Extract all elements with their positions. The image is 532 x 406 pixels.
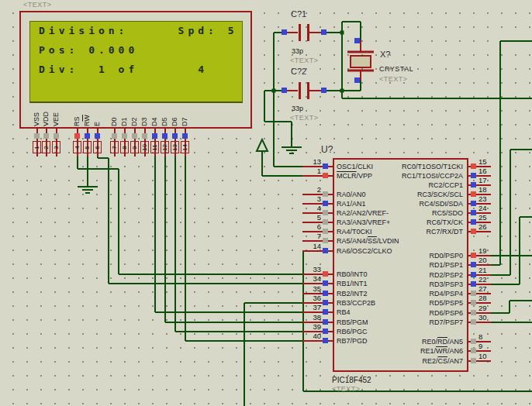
mcu-pin-function-label: RA5/AN4/SS/LVDIN bbox=[337, 237, 399, 245]
mcu-pin-function-label: RD6/PSP6 bbox=[337, 309, 463, 317]
mcu-pin-number-27[interactable]: 27 bbox=[478, 284, 499, 293]
lcd-pin-label-e: E bbox=[93, 122, 102, 126]
mcu-pin-function-label: RC7/RX/DT bbox=[337, 228, 463, 236]
lcd-pin-number-2[interactable]: 2 bbox=[42, 141, 50, 153]
mcu-pin-function-label: RD4/PSP4 bbox=[337, 290, 463, 298]
mcu-pin-number-28[interactable]: 28 bbox=[478, 294, 499, 302]
schematic-canvas[interactable]: <TEXT> Division: Spd: 5 Pos: 0.000 Div: … bbox=[0, 0, 532, 406]
lcd-pin-label-d0: D0 bbox=[110, 117, 119, 126]
crystal-body[interactable] bbox=[351, 56, 371, 67]
mcu-pin-number-21[interactable]: 21 bbox=[478, 266, 499, 274]
mcu-pin-number-10[interactable]: 10 bbox=[478, 352, 499, 360]
lcd-pin-number-10[interactable]: 10 bbox=[140, 141, 149, 153]
mcu-pin-function-label: RD7/PSP7 bbox=[337, 318, 463, 326]
pin-state-square bbox=[74, 133, 80, 139]
cap2-value: 33p bbox=[292, 105, 303, 112]
lcd-pin-number-8[interactable]: 8 bbox=[120, 141, 129, 153]
mcu-pin-number-20[interactable]: 20 bbox=[478, 256, 499, 264]
lcd-pin-number-11[interactable]: 11 bbox=[150, 141, 159, 153]
lcd-pin-number-1[interactable]: 1 bbox=[33, 141, 41, 153]
mcu-pin-function-label: RB6/PGC bbox=[337, 328, 368, 335]
mcu-pin-number-38[interactable]: 38 bbox=[301, 313, 321, 322]
capacitor-plate[interactable] bbox=[307, 82, 309, 99]
lcd-pin-number-12[interactable]: 12 bbox=[161, 141, 169, 153]
pin-state-square bbox=[323, 191, 328, 197]
pin-state-square bbox=[323, 229, 328, 234]
pin-state-square bbox=[323, 238, 328, 243]
mcu-pin-number-36[interactable]: 36 bbox=[301, 294, 321, 302]
lcd-pin-number-3[interactable]: 3 bbox=[52, 141, 60, 153]
pin-state-square bbox=[323, 338, 328, 343]
mcu-pin-number-19[interactable]: 19 bbox=[478, 246, 499, 255]
mcu-pin-number-9[interactable]: 9 bbox=[478, 342, 499, 350]
mcu-pin-number-1[interactable]: 1 bbox=[301, 167, 321, 175]
mcu-pin-number-24[interactable]: 24 bbox=[478, 204, 499, 212]
mcu-pin-function-label: RE2/CS/AN7 bbox=[337, 357, 463, 365]
mcu-pin-number-17[interactable]: 17 bbox=[478, 176, 499, 184]
mcu-pin-number-7[interactable]: 7 bbox=[301, 232, 321, 240]
mcu-pin-number-15[interactable]: 15 bbox=[478, 157, 499, 166]
mcu-pin-number-16[interactable]: 16 bbox=[478, 167, 499, 175]
pin-state-square bbox=[43, 133, 49, 139]
lcd-pin-number-7[interactable]: 7 bbox=[110, 141, 119, 153]
pin-state-square bbox=[323, 210, 328, 215]
mcu-pin-number-40[interactable]: 40 bbox=[301, 332, 321, 340]
mcu-pin-number-29[interactable]: 29 bbox=[478, 304, 499, 312]
cap1-note: <TEXT> bbox=[290, 57, 319, 64]
lcd-pin-label-d4: D4 bbox=[150, 117, 159, 126]
mcu-pin-number-26[interactable]: 26 bbox=[478, 222, 499, 231]
lcd-pin-number-4[interactable]: 4 bbox=[73, 141, 81, 153]
mcu-pin-number-35[interactable]: 35 bbox=[301, 284, 321, 293]
pin-state-square bbox=[323, 329, 328, 334]
mcu-pin-number-13[interactable]: 13 bbox=[301, 157, 321, 166]
terminal-square bbox=[321, 88, 326, 93]
lcd-pin-number-9[interactable]: 9 bbox=[130, 141, 139, 153]
pin-state-square bbox=[152, 133, 157, 139]
mcu-pin-number-37[interactable]: 37 bbox=[301, 303, 321, 311]
mcu-pin-number-30[interactable]: 30 bbox=[478, 313, 499, 322]
lcd-pin-label-d1: D1 bbox=[120, 117, 129, 126]
capacitor-plate[interactable] bbox=[307, 24, 309, 41]
mcu-pin-number-22[interactable]: 22 bbox=[478, 275, 499, 284]
pin-state-square bbox=[162, 133, 168, 139]
mcu-pin-function-label: RD1/PSP1 bbox=[337, 261, 463, 269]
pin-state-square bbox=[471, 253, 476, 258]
mcu-part-label: PIC18F452 bbox=[332, 376, 371, 384]
pin-state-square bbox=[471, 163, 476, 169]
lcd-pin-number-14[interactable]: 14 bbox=[181, 141, 189, 153]
mcu-pin-number-6[interactable]: 6 bbox=[301, 222, 321, 231]
pin-state-square bbox=[471, 272, 476, 277]
mcu-pin-function-label: RC0/T1OSO/T1CKI bbox=[337, 163, 463, 170]
pin-state-square bbox=[323, 219, 328, 225]
lcd-pin-label-d2: D2 bbox=[130, 117, 139, 126]
pin-state-square bbox=[323, 201, 328, 206]
mcu-pin-number-2[interactable]: 2 bbox=[301, 185, 321, 194]
lcd-pin-label-vss: VSS bbox=[33, 112, 41, 126]
mcu-pin-number-3[interactable]: 3 bbox=[301, 194, 321, 203]
capacitor-plate[interactable] bbox=[299, 24, 301, 41]
mcu-pin-number-25[interactable]: 25 bbox=[478, 213, 499, 222]
pin-state-square bbox=[323, 173, 328, 178]
mcu-pin-number-14[interactable]: 14 bbox=[301, 242, 321, 250]
mcu-pin-number-4[interactable]: 4 bbox=[301, 204, 321, 212]
lcd-pin-number-5[interactable]: 5 bbox=[83, 141, 92, 153]
mcu-pin-number-39[interactable]: 39 bbox=[301, 322, 321, 331]
pin-state-square bbox=[471, 319, 476, 325]
terminal-square bbox=[282, 29, 287, 35]
mcu-pin-function-label: RD5/PSP5 bbox=[337, 299, 463, 307]
crystal-value: CRYSTAL bbox=[379, 65, 413, 73]
pin-state-square bbox=[132, 133, 137, 139]
mcu-pin-number-23[interactable]: 23 bbox=[478, 194, 499, 203]
pin-state-square bbox=[34, 133, 40, 139]
mcu-pin-number-34[interactable]: 34 bbox=[301, 274, 321, 283]
mcu-pin-number-33[interactable]: 33 bbox=[301, 265, 321, 274]
mcu-pin-number-18[interactable]: 18 bbox=[478, 185, 499, 194]
lcd-pin-number-6[interactable]: 6 bbox=[93, 141, 102, 153]
mcu-pin-number-8[interactable]: 8 bbox=[478, 332, 499, 341]
pin-state-square bbox=[471, 173, 476, 178]
lcd-pin-label-vee: VEE bbox=[52, 112, 60, 126]
capacitor-plate[interactable] bbox=[299, 82, 301, 99]
pin-state-square bbox=[471, 281, 476, 287]
mcu-pin-number-5[interactable]: 5 bbox=[301, 213, 321, 222]
lcd-pin-number-13[interactable]: 13 bbox=[171, 141, 179, 153]
